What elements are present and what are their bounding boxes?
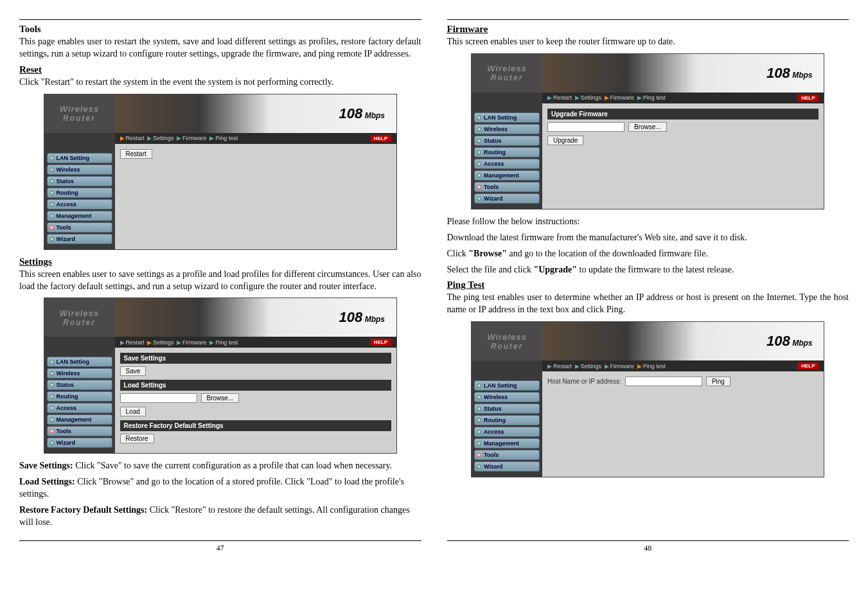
router-nav: LAN Setting Wireless Status Routing Acce… — [472, 103, 542, 209]
right-column: Firmware This screen enables user to kee… — [447, 19, 849, 553]
nav-management[interactable]: Management — [474, 438, 540, 449]
arrow-icon: ▶ — [120, 135, 125, 141]
nav-wireless[interactable]: Wireless — [474, 392, 540, 402]
load-file-input[interactable] — [120, 393, 197, 403]
arrow-icon: ▶ — [147, 135, 152, 141]
arrow-icon: ▶ — [120, 339, 125, 346]
router-ping-panel: Wireless Router 108 Mbps ▶Restart ▶Setti… — [471, 321, 824, 477]
ping-button[interactable]: Ping — [706, 377, 731, 386]
crumb-settings[interactable]: Settings — [581, 94, 602, 101]
arrow-icon: ▶ — [605, 363, 609, 369]
router-logo: Wireless Router — [472, 54, 542, 93]
page-number-left: 47 — [19, 540, 421, 553]
router-settings-panel: Wireless Router 108 Mbps ▶Restart ▶Setti… — [44, 298, 397, 454]
arrow-icon: ▶ — [177, 135, 181, 141]
nav-tools[interactable]: Tools — [474, 450, 540, 460]
browse-button[interactable]: Browse... — [628, 122, 667, 132]
help-button[interactable]: HELP — [370, 339, 391, 346]
nav-routing[interactable]: Routing — [47, 188, 112, 198]
restart-button[interactable]: Restart — [120, 149, 152, 159]
nav-management[interactable]: Management — [47, 211, 112, 221]
crumb-ping[interactable]: Ping test — [215, 135, 238, 141]
nav-status[interactable]: Status — [474, 136, 540, 146]
nav-wizard[interactable]: Wizard — [474, 193, 540, 204]
nav-management[interactable]: Management — [47, 414, 112, 425]
arrow-icon: ▶ — [547, 363, 552, 369]
router-breadcrumb: ▶Restart ▶Settings ▶Firmware ▶Ping test … — [115, 337, 396, 348]
nav-access[interactable]: Access — [474, 427, 540, 437]
router-restart-panel: Wireless Router 108 Mbps ▶Restart ▶Setti… — [44, 94, 397, 250]
upgrade-button[interactable]: Upgrade — [547, 136, 583, 145]
arrow-icon: ▶ — [147, 339, 152, 346]
arrow-icon: ▶ — [209, 339, 214, 346]
nav-wizard[interactable]: Wizard — [474, 461, 540, 472]
instructions-intro: Please follow the below instructions: — [447, 216, 849, 228]
crumb-restart[interactable]: Restart — [553, 363, 572, 369]
browse-button[interactable]: Browse... — [201, 393, 240, 403]
nav-wireless[interactable]: Wireless — [474, 124, 540, 134]
crumb-ping[interactable]: Ping test — [643, 363, 666, 369]
settings-text: This screen enables user to save setting… — [19, 269, 421, 293]
crumb-ping[interactable]: Ping test — [643, 94, 666, 101]
crumb-firmware[interactable]: Firmware — [610, 94, 635, 101]
reset-heading: Reset — [19, 64, 421, 75]
nav-lan[interactable]: LAN Setting — [47, 357, 112, 367]
arrow-icon: ▶ — [575, 363, 580, 369]
crumb-firmware[interactable]: Firmware — [182, 339, 207, 346]
router-firmware-panel: Wireless Router 108 Mbps ▶Restart ▶Setti… — [471, 53, 824, 209]
nav-wizard[interactable]: Wizard — [47, 438, 112, 448]
nav-tools[interactable]: Tools — [47, 426, 112, 436]
save-button[interactable]: Save — [120, 366, 146, 376]
nav-wizard[interactable]: Wizard — [47, 234, 112, 244]
nav-routing[interactable]: Routing — [474, 415, 540, 425]
nav-status[interactable]: Status — [474, 404, 540, 414]
upgrade-header: Upgrade Firmware — [547, 109, 819, 120]
router-banner: 108 Mbps — [115, 298, 396, 337]
crumb-settings[interactable]: Settings — [153, 135, 174, 141]
firmware-heading: Firmware — [447, 24, 849, 35]
router-nav: LAN Setting Wireless Status Routing Acce… — [472, 371, 542, 477]
restore-button[interactable]: Restore — [120, 434, 154, 443]
nav-wireless[interactable]: Wireless — [47, 368, 112, 378]
tools-heading: Tools — [19, 24, 421, 35]
router-banner: 108 Mbps — [542, 54, 824, 93]
crumb-firmware[interactable]: Firmware — [610, 363, 635, 369]
arrow-icon: ▶ — [575, 94, 580, 101]
nav-lan[interactable]: LAN Setting — [47, 153, 112, 163]
nav-lan[interactable]: LAN Setting — [474, 112, 540, 123]
crumb-restart[interactable]: Restart — [553, 94, 572, 101]
nav-access[interactable]: Access — [47, 403, 112, 413]
crumb-settings[interactable]: Settings — [581, 363, 602, 369]
nav-tools[interactable]: Tools — [47, 222, 112, 233]
arrow-icon: ▶ — [605, 94, 609, 101]
load-settings-header: Load Settings — [120, 380, 391, 391]
nav-access[interactable]: Access — [47, 199, 112, 209]
router-banner: 108 Mbps — [115, 94, 396, 133]
ping-label: Host Name or IP address: — [547, 378, 621, 385]
ping-host-input[interactable] — [625, 377, 702, 386]
nav-routing[interactable]: Routing — [474, 147, 540, 157]
help-button[interactable]: HELP — [797, 94, 819, 102]
instruction-2: Click "Browse" and go to the location of… — [447, 248, 849, 260]
nav-management[interactable]: Management — [474, 170, 540, 181]
arrow-icon: ▶ — [177, 339, 181, 346]
save-settings-desc: Save Settings: Click "Save" to save the … — [19, 460, 421, 472]
firmware-file-input[interactable] — [547, 122, 624, 132]
nav-access[interactable]: Access — [474, 159, 540, 169]
help-button[interactable]: HELP — [797, 362, 819, 369]
crumb-restart[interactable]: Restart — [126, 135, 145, 141]
nav-lan[interactable]: LAN Setting — [474, 380, 540, 391]
crumb-ping[interactable]: Ping test — [215, 339, 238, 346]
nav-status[interactable]: Status — [47, 176, 112, 186]
nav-tools[interactable]: Tools — [474, 182, 540, 192]
crumb-firmware[interactable]: Firmware — [182, 135, 207, 141]
arrow-icon: ▶ — [637, 363, 642, 369]
help-button[interactable]: HELP — [370, 135, 391, 142]
nav-routing[interactable]: Routing — [47, 391, 112, 402]
crumb-restart[interactable]: Restart — [126, 339, 145, 346]
arrow-icon: ▶ — [209, 135, 214, 141]
load-button[interactable]: Load — [120, 407, 146, 416]
nav-wireless[interactable]: Wireless — [47, 164, 112, 175]
crumb-settings[interactable]: Settings — [153, 339, 174, 346]
nav-status[interactable]: Status — [47, 380, 112, 390]
